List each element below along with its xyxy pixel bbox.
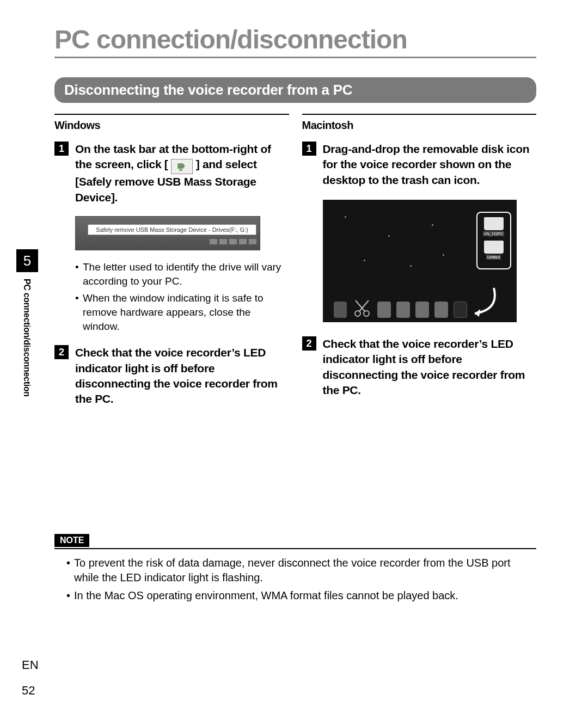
footer-page-number: 52: [22, 684, 35, 698]
side-tab-text: PC connection/disconnection: [22, 279, 32, 397]
title-rule: [54, 57, 536, 58]
list-item: The letter used to identify the drive wi…: [75, 260, 289, 288]
taskbar-icons: [88, 239, 256, 245]
windows-column: Windows 1 On the task bar at the bottom-…: [54, 114, 289, 417]
text-fragment: Safely remove USB Mass Storage Device: [75, 175, 256, 203]
page-title: PC connection/disconnection: [54, 24, 536, 54]
list-item: When the window indicating it is safe to…: [75, 291, 289, 333]
step-text: On the task bar at the bottom-right of t…: [75, 142, 289, 205]
step-text: Drag-and-drop the removable disk icon fo…: [323, 142, 537, 188]
step-number-badge: 2: [302, 336, 316, 351]
drive-label: VN_722PC: [483, 231, 504, 236]
dock-folder-icon: [377, 302, 391, 318]
mac-desktop-screenshot: VN_722PC Untitled: [323, 200, 517, 322]
chapter-side-tab: 5 PC connection/disconnection: [16, 249, 38, 397]
step-text: Check that the voice recorder’s LED indi…: [323, 336, 537, 398]
windows-notes-list: The letter used to identify the drive wi…: [75, 260, 289, 333]
dock-folder-icon: [415, 302, 429, 318]
section-banner: Disconnecting the voice recorder from a …: [54, 77, 536, 103]
step-number-badge: 2: [54, 345, 69, 359]
dock-trash-icon: [454, 302, 467, 318]
dock-folder-icon: [434, 302, 448, 318]
chapter-number-badge: 5: [16, 249, 38, 272]
note-label: NOTE: [54, 534, 89, 547]
dock-folder-icon: [396, 302, 410, 318]
mac-dock: [334, 295, 468, 318]
drive-icon: [484, 241, 504, 254]
removable-disk-untitled: Untitled: [480, 241, 508, 260]
drag-arrow-icon: [467, 285, 499, 320]
step-number-badge: 1: [302, 142, 316, 156]
mac-column: Macintosh 1 Drag-and-drop the removable …: [302, 114, 537, 417]
note-bullets-list: To prevent the risk of data damage, neve…: [66, 556, 536, 603]
list-item: In the Mac OS operating environment, WMA…: [66, 588, 536, 603]
step-text: Check that the voice recorder’s LED indi…: [75, 345, 289, 407]
safely-remove-hardware-icon: [171, 159, 193, 174]
scissors-icon: [352, 298, 372, 318]
drive-panel: VN_722PC Untitled: [476, 212, 511, 269]
step-number-badge: 1: [54, 142, 69, 156]
note-rule: [54, 548, 536, 549]
dock-finder-icon: [334, 302, 347, 318]
svg-point-0: [355, 311, 360, 316]
text-fragment: ].: [111, 191, 118, 204]
footer-language: EN: [22, 658, 39, 672]
list-item: To prevent the risk of data damage, neve…: [66, 556, 536, 585]
os-label-windows: Windows: [54, 119, 289, 132]
windows-step-2: 2 Check that the voice recorder’s LED in…: [54, 345, 289, 407]
drive-label: Untitled: [486, 255, 501, 260]
balloon-tooltip: Safely remove USB Mass Storage Device - …: [88, 224, 256, 235]
svg-point-1: [364, 311, 369, 316]
column-rule: [302, 114, 537, 115]
drive-icon: [484, 217, 504, 230]
windows-tray-screenshot: Safely remove USB Mass Storage Device - …: [75, 216, 260, 250]
note-block: NOTE To prevent the risk of data damage,…: [54, 534, 536, 603]
mac-step-1: 1 Drag-and-drop the removable disk icon …: [302, 142, 537, 188]
mac-step-2: 2 Check that the voice recorder’s LED in…: [302, 336, 537, 398]
removable-disk-vn722pc: VN_722PC: [480, 217, 508, 236]
windows-step-1: 1 On the task bar at the bottom-right of…: [54, 142, 289, 205]
os-label-mac: Macintosh: [302, 119, 537, 132]
column-rule: [54, 114, 289, 115]
